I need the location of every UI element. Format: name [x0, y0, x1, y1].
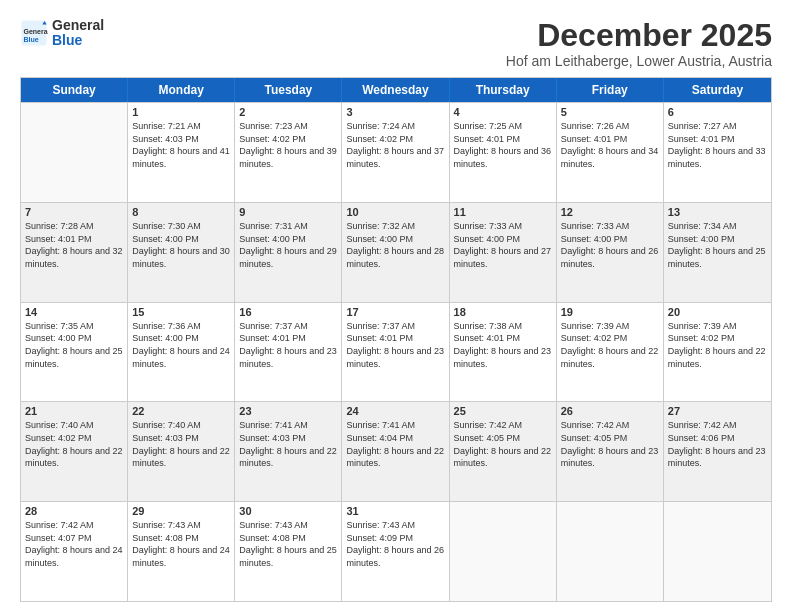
- day-number: 10: [346, 206, 444, 218]
- day-number: 20: [668, 306, 767, 318]
- logo-text: General Blue: [52, 18, 104, 49]
- day-number: 25: [454, 405, 552, 417]
- day-info: Sunrise: 7:38 AMSunset: 4:01 PMDaylight:…: [454, 320, 552, 370]
- day-cell-12: 12Sunrise: 7:33 AMSunset: 4:00 PMDayligh…: [557, 203, 664, 302]
- day-number: 8: [132, 206, 230, 218]
- day-info: Sunrise: 7:42 AMSunset: 4:07 PMDaylight:…: [25, 519, 123, 569]
- day-info: Sunrise: 7:39 AMSunset: 4:02 PMDaylight:…: [561, 320, 659, 370]
- location-subtitle: Hof am Leithaberge, Lower Austria, Austr…: [506, 53, 772, 69]
- day-info: Sunrise: 7:37 AMSunset: 4:01 PMDaylight:…: [346, 320, 444, 370]
- empty-cell: [557, 502, 664, 601]
- day-cell-3: 3Sunrise: 7:24 AMSunset: 4:02 PMDaylight…: [342, 103, 449, 202]
- day-cell-31: 31Sunrise: 7:43 AMSunset: 4:09 PMDayligh…: [342, 502, 449, 601]
- logo-blue-text: Blue: [52, 33, 104, 48]
- page: General Blue General Blue December 2025 …: [0, 0, 792, 612]
- day-info: Sunrise: 7:33 AMSunset: 4:00 PMDaylight:…: [454, 220, 552, 270]
- day-info: Sunrise: 7:28 AMSunset: 4:01 PMDaylight:…: [25, 220, 123, 270]
- title-block: December 2025 Hof am Leithaberge, Lower …: [506, 18, 772, 69]
- day-number: 30: [239, 505, 337, 517]
- day-cell-28: 28Sunrise: 7:42 AMSunset: 4:07 PMDayligh…: [21, 502, 128, 601]
- day-cell-24: 24Sunrise: 7:41 AMSunset: 4:04 PMDayligh…: [342, 402, 449, 501]
- day-cell-15: 15Sunrise: 7:36 AMSunset: 4:00 PMDayligh…: [128, 303, 235, 402]
- calendar-body: 1Sunrise: 7:21 AMSunset: 4:03 PMDaylight…: [21, 102, 771, 601]
- day-info: Sunrise: 7:40 AMSunset: 4:03 PMDaylight:…: [132, 419, 230, 469]
- day-cell-29: 29Sunrise: 7:43 AMSunset: 4:08 PMDayligh…: [128, 502, 235, 601]
- day-cell-22: 22Sunrise: 7:40 AMSunset: 4:03 PMDayligh…: [128, 402, 235, 501]
- week-row-1: 1Sunrise: 7:21 AMSunset: 4:03 PMDaylight…: [21, 102, 771, 202]
- day-number: 16: [239, 306, 337, 318]
- day-info: Sunrise: 7:27 AMSunset: 4:01 PMDaylight:…: [668, 120, 767, 170]
- day-cell-30: 30Sunrise: 7:43 AMSunset: 4:08 PMDayligh…: [235, 502, 342, 601]
- day-cell-27: 27Sunrise: 7:42 AMSunset: 4:06 PMDayligh…: [664, 402, 771, 501]
- day-info: Sunrise: 7:43 AMSunset: 4:08 PMDaylight:…: [239, 519, 337, 569]
- day-cell-7: 7Sunrise: 7:28 AMSunset: 4:01 PMDaylight…: [21, 203, 128, 302]
- day-number: 4: [454, 106, 552, 118]
- day-cell-18: 18Sunrise: 7:38 AMSunset: 4:01 PMDayligh…: [450, 303, 557, 402]
- svg-text:General: General: [24, 29, 49, 36]
- day-info: Sunrise: 7:43 AMSunset: 4:09 PMDaylight:…: [346, 519, 444, 569]
- day-info: Sunrise: 7:42 AMSunset: 4:05 PMDaylight:…: [561, 419, 659, 469]
- week-row-2: 7Sunrise: 7:28 AMSunset: 4:01 PMDaylight…: [21, 202, 771, 302]
- calendar-header: SundayMondayTuesdayWednesdayThursdayFrid…: [21, 78, 771, 102]
- day-number: 31: [346, 505, 444, 517]
- day-number: 3: [346, 106, 444, 118]
- day-cell-6: 6Sunrise: 7:27 AMSunset: 4:01 PMDaylight…: [664, 103, 771, 202]
- week-row-4: 21Sunrise: 7:40 AMSunset: 4:02 PMDayligh…: [21, 401, 771, 501]
- day-number: 24: [346, 405, 444, 417]
- header-day-friday: Friday: [557, 78, 664, 102]
- day-number: 29: [132, 505, 230, 517]
- day-cell-19: 19Sunrise: 7:39 AMSunset: 4:02 PMDayligh…: [557, 303, 664, 402]
- week-row-5: 28Sunrise: 7:42 AMSunset: 4:07 PMDayligh…: [21, 501, 771, 601]
- day-cell-21: 21Sunrise: 7:40 AMSunset: 4:02 PMDayligh…: [21, 402, 128, 501]
- day-cell-5: 5Sunrise: 7:26 AMSunset: 4:01 PMDaylight…: [557, 103, 664, 202]
- day-info: Sunrise: 7:37 AMSunset: 4:01 PMDaylight:…: [239, 320, 337, 370]
- day-number: 7: [25, 206, 123, 218]
- empty-cell: [450, 502, 557, 601]
- day-cell-16: 16Sunrise: 7:37 AMSunset: 4:01 PMDayligh…: [235, 303, 342, 402]
- day-info: Sunrise: 7:26 AMSunset: 4:01 PMDaylight:…: [561, 120, 659, 170]
- header-day-tuesday: Tuesday: [235, 78, 342, 102]
- day-number: 18: [454, 306, 552, 318]
- day-cell-25: 25Sunrise: 7:42 AMSunset: 4:05 PMDayligh…: [450, 402, 557, 501]
- day-info: Sunrise: 7:41 AMSunset: 4:04 PMDaylight:…: [346, 419, 444, 469]
- day-number: 22: [132, 405, 230, 417]
- day-cell-8: 8Sunrise: 7:30 AMSunset: 4:00 PMDaylight…: [128, 203, 235, 302]
- day-number: 2: [239, 106, 337, 118]
- day-number: 14: [25, 306, 123, 318]
- day-info: Sunrise: 7:21 AMSunset: 4:03 PMDaylight:…: [132, 120, 230, 170]
- header: General Blue General Blue December 2025 …: [20, 18, 772, 69]
- day-info: Sunrise: 7:34 AMSunset: 4:00 PMDaylight:…: [668, 220, 767, 270]
- day-info: Sunrise: 7:25 AMSunset: 4:01 PMDaylight:…: [454, 120, 552, 170]
- day-number: 5: [561, 106, 659, 118]
- day-number: 17: [346, 306, 444, 318]
- empty-cell: [21, 103, 128, 202]
- header-day-sunday: Sunday: [21, 78, 128, 102]
- logo-general-text: General: [52, 18, 104, 33]
- day-info: Sunrise: 7:43 AMSunset: 4:08 PMDaylight:…: [132, 519, 230, 569]
- day-number: 19: [561, 306, 659, 318]
- day-info: Sunrise: 7:31 AMSunset: 4:00 PMDaylight:…: [239, 220, 337, 270]
- header-day-thursday: Thursday: [450, 78, 557, 102]
- day-info: Sunrise: 7:40 AMSunset: 4:02 PMDaylight:…: [25, 419, 123, 469]
- day-cell-14: 14Sunrise: 7:35 AMSunset: 4:00 PMDayligh…: [21, 303, 128, 402]
- week-row-3: 14Sunrise: 7:35 AMSunset: 4:00 PMDayligh…: [21, 302, 771, 402]
- logo: General Blue General Blue: [20, 18, 104, 49]
- day-number: 15: [132, 306, 230, 318]
- day-number: 26: [561, 405, 659, 417]
- day-cell-1: 1Sunrise: 7:21 AMSunset: 4:03 PMDaylight…: [128, 103, 235, 202]
- day-info: Sunrise: 7:32 AMSunset: 4:00 PMDaylight:…: [346, 220, 444, 270]
- day-number: 12: [561, 206, 659, 218]
- day-number: 13: [668, 206, 767, 218]
- day-info: Sunrise: 7:41 AMSunset: 4:03 PMDaylight:…: [239, 419, 337, 469]
- day-number: 27: [668, 405, 767, 417]
- day-number: 6: [668, 106, 767, 118]
- day-number: 9: [239, 206, 337, 218]
- svg-text:Blue: Blue: [24, 36, 39, 43]
- day-info: Sunrise: 7:24 AMSunset: 4:02 PMDaylight:…: [346, 120, 444, 170]
- logo-icon: General Blue: [20, 19, 48, 47]
- day-cell-26: 26Sunrise: 7:42 AMSunset: 4:05 PMDayligh…: [557, 402, 664, 501]
- day-info: Sunrise: 7:42 AMSunset: 4:05 PMDaylight:…: [454, 419, 552, 469]
- header-day-saturday: Saturday: [664, 78, 771, 102]
- day-cell-9: 9Sunrise: 7:31 AMSunset: 4:00 PMDaylight…: [235, 203, 342, 302]
- day-cell-4: 4Sunrise: 7:25 AMSunset: 4:01 PMDaylight…: [450, 103, 557, 202]
